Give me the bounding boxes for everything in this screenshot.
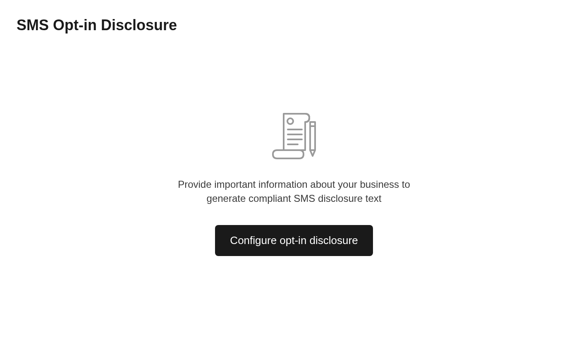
empty-state-description: Provide important information about your… [162,177,426,205]
page-container: SMS Opt-in Disclosure [0,0,588,364]
svg-point-0 [287,118,293,124]
configure-button[interactable]: Configure opt-in disclosure [215,225,373,256]
empty-state: Provide important information about your… [17,17,571,347]
document-pencil-icon [267,109,321,163]
